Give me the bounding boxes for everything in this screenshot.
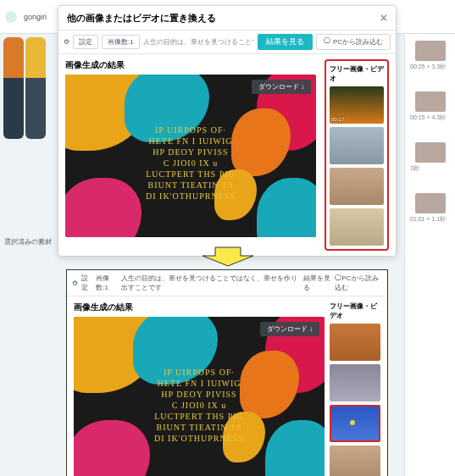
gear-icon[interactable]: ⚙: [72, 280, 78, 287]
modal-toolbar: ⚙ 設定 画像数:1 人生の目的は、幸せを見つけることではなく、幸せを作り出すこ…: [58, 30, 396, 54]
prompt-text: 人生の目的は、幸せを見つけることではなく、幸せを作り出すことです: [121, 274, 301, 292]
down-arrow-icon: [194, 246, 262, 268]
bg-preview: [0, 34, 53, 203]
modal-title: 他の画像またはビデオに置き換える: [67, 12, 216, 25]
timeline-thumb[interactable]: 01:01 + 1.1秒: [410, 193, 450, 224]
replace-media-modal: 他の画像またはビデオに置き換える × ⚙ 設定 画像数:1 人生の目的は、幸せを…: [58, 5, 397, 257]
count-chip: 画像数:1: [102, 35, 140, 49]
media-thumbnail[interactable]: [330, 127, 384, 164]
close-icon[interactable]: ×: [380, 11, 387, 25]
free-media-panel: フリー画像・ビデオ JOY: [330, 302, 380, 476]
artwork-text: IP UIRPOPS OF·HETE FN I IUIWIGHP DEOY PI…: [154, 366, 244, 443]
artwork-text: IP UIRPOPS OF·HETE FN I IUIWIGHP DEOY PI…: [146, 124, 236, 201]
settings-chip[interactable]: 設定: [81, 274, 92, 292]
view-results-button[interactable]: 結果を見る: [258, 34, 313, 50]
replace-media-panel-after: ⚙ 設定 画像数:1 人生の目的は、幸せを見つけることではなく、幸せを作り出すこ…: [66, 269, 388, 476]
prompt-text: 人生の目的は、幸せを見つけることではなく、幸せを作り出すことです: [143, 37, 254, 47]
free-media-title: フリー画像・ビデオ: [330, 302, 380, 320]
person-figure: [25, 37, 46, 139]
media-thumbnail[interactable]: [330, 364, 380, 401]
generated-image-preview[interactable]: IP UIRPOPS OF·HETE FN I IUIWIGHP DEOY PI…: [74, 317, 325, 476]
media-thumbnail[interactable]: [330, 446, 380, 476]
media-thumbnail[interactable]: [330, 168, 384, 205]
free-media-title: フリー画像・ビデオ: [330, 64, 384, 83]
count-chip: 画像数:1: [96, 274, 117, 292]
avatar: [5, 11, 17, 23]
gear-icon[interactable]: ⚙: [64, 38, 69, 46]
timeline-thumb[interactable]: 00:25 + 3.3秒: [410, 41, 450, 71]
settings-chip[interactable]: 設定: [73, 35, 98, 49]
free-media-panel-highlighted: フリー画像・ビデオ 00:17: [325, 59, 389, 251]
view-results-button[interactable]: 結果を見る: [303, 274, 331, 292]
username: gongiri: [24, 13, 47, 21]
person-figure: [3, 37, 24, 139]
download-button[interactable]: ダウンロード ↓: [260, 322, 319, 336]
right-sidebar: 00:25 + 3.3秒00:15 + 4.3秒3秒01:01 + 1.1秒: [404, 34, 455, 476]
download-button[interactable]: ダウンロード ↓: [252, 80, 311, 94]
load-from-pc-button[interactable]: 🖵PCから読み込む: [335, 274, 382, 292]
section-label: 選択済みの素材: [4, 237, 52, 246]
panel-toolbar: ⚙ 設定 画像数:1 人生の目的は、幸せを見つけることではなく、幸せを作り出すこ…: [67, 270, 387, 296]
results-title: 画像生成の結果: [65, 59, 319, 71]
results-title: 画像生成の結果: [74, 302, 325, 313]
timeline-thumb[interactable]: 3秒: [410, 142, 450, 173]
monitor-icon: 🖵: [324, 37, 330, 47]
media-thumbnail[interactable]: [330, 208, 384, 246]
timeline-thumb[interactable]: 00:15 + 4.3秒: [410, 91, 450, 122]
modal-header: 他の画像またはビデオに置き換える ×: [58, 6, 396, 30]
media-thumbnail[interactable]: 00:17: [330, 86, 384, 124]
load-from-pc-button[interactable]: 🖵PCから読み込む: [316, 34, 391, 50]
generated-image-preview[interactable]: IP UIRPOPS OF·HETE FN I IUIWIGHP DEOY PI…: [65, 75, 316, 237]
media-thumbnail[interactable]: [330, 405, 380, 442]
media-thumbnail[interactable]: [330, 324, 380, 361]
